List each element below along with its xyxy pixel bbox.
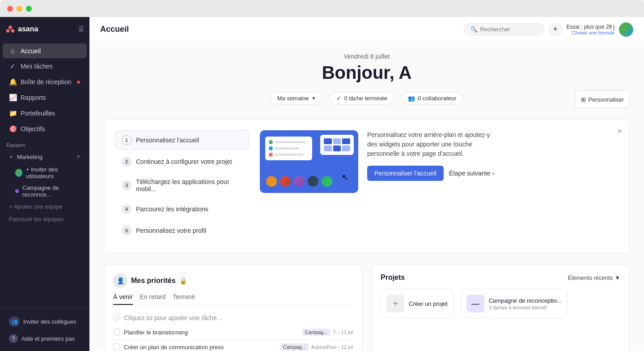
sidebar-item-objectifs[interactable]: 🎯 Objectifs bbox=[3, 121, 87, 137]
folder-icon: 📁 bbox=[9, 109, 16, 117]
projects-header: Projets Éléments récents ▼ bbox=[381, 274, 620, 282]
campagne-project-item[interactable]: Campagne de reconnce... bbox=[3, 182, 87, 200]
onboarding-illustration: ↖ bbox=[260, 130, 358, 193]
step-4[interactable]: 4 Parcourez les intégrations bbox=[115, 199, 249, 219]
hamburger-icon[interactable]: ☰ bbox=[78, 26, 84, 33]
tab-termine[interactable]: Terminé bbox=[173, 293, 195, 305]
add-button[interactable]: + bbox=[549, 23, 562, 36]
task-circle-2 bbox=[113, 343, 120, 351]
campagne-project-sub: 3 tâches à terminer bientôt bbox=[489, 305, 562, 310]
project-dot-icon bbox=[15, 189, 19, 193]
close-button[interactable] bbox=[7, 6, 13, 12]
traffic-lights bbox=[7, 6, 32, 12]
hero-stats: Ma semaine ▼ ✓ 0 tâche terminée 👥 0 coll… bbox=[104, 92, 630, 105]
main-content: Accueil 🔍 + Essai : plus que 29 j Choisi… bbox=[89, 17, 644, 351]
task-date-2: Aujourd'hui – 12 jul bbox=[311, 344, 353, 350]
sidebar-header: asana ☰ bbox=[0, 17, 89, 41]
globe-icon bbox=[15, 169, 22, 177]
step-1-num: 1 bbox=[122, 135, 131, 145]
marketing-team[interactable]: ▼ Marketing + bbox=[3, 150, 87, 163]
target-icon: 🎯 bbox=[9, 125, 16, 133]
choose-plan-link[interactable]: Choisir une formule bbox=[572, 30, 614, 35]
tab-a-venir[interactable]: À venir bbox=[113, 293, 133, 305]
cursor-icon: ↖ bbox=[342, 172, 348, 182]
notification-dot bbox=[77, 81, 80, 84]
personalize-accueil-button[interactable]: Personnaliser l'accueil bbox=[367, 166, 444, 181]
personalize-button[interactable]: ⊞ Personnaliser bbox=[575, 90, 630, 108]
sidebar-item-accueil[interactable]: ⌂ Accueil bbox=[3, 43, 87, 58]
page-title: Accueil bbox=[100, 25, 129, 34]
priorities-avatar: 👤 bbox=[113, 274, 127, 288]
step-4-num: 4 bbox=[122, 204, 131, 214]
add-task-row[interactable]: ○ Cliquez ici pour ajouter une tâche... bbox=[113, 311, 353, 325]
onboarding-section: × 1 Personnalisez l'accueil 2 Continuez … bbox=[104, 119, 630, 253]
help-item[interactable]: ? Aide et premiers pas bbox=[5, 331, 84, 346]
sidebar-bottom: 👥 Inviter des collègues ? Aide et premie… bbox=[0, 308, 89, 351]
search-bar[interactable]: 🔍 bbox=[464, 23, 544, 35]
task-row-1: Planifier le brainstorming Campag... 7 –… bbox=[113, 325, 353, 340]
dropdown-icon: ▼ bbox=[312, 96, 316, 101]
step-3-num: 3 bbox=[122, 180, 131, 190]
onboarding-actions: Personnaliser l'accueil Étape suivante › bbox=[367, 166, 501, 181]
step-1[interactable]: 1 Personnalisez l'accueil bbox=[115, 130, 249, 150]
task-tag-2: Campag... bbox=[280, 343, 309, 351]
chevron-right-icon: › bbox=[492, 170, 494, 177]
priorities-tabs: À venir En retard Terminé bbox=[113, 293, 353, 305]
step-3[interactable]: 3 Téléchargez les applications pour mobi… bbox=[115, 173, 249, 197]
campagne-project-card[interactable]: — Campagne de reconceptio... 3 tâches à … bbox=[461, 289, 568, 318]
task-row-2: Créer un plan de communication press Cam… bbox=[113, 340, 353, 351]
sidebar-item-portefeuilles[interactable]: 📁 Portefeuilles bbox=[3, 106, 87, 121]
campagne-project-icon: — bbox=[466, 295, 484, 312]
bell-icon: 🔔 bbox=[9, 78, 16, 86]
step-2[interactable]: 2 Continuez à configurer votre projet bbox=[115, 152, 249, 171]
invite-users-item[interactable]: + Inviter des utilisateurs bbox=[3, 164, 87, 182]
svg-point-2 bbox=[11, 29, 15, 33]
equipes-section-title: Équipes bbox=[0, 137, 89, 150]
browse-teams-item[interactable]: Parcourir les équipes bbox=[3, 213, 87, 225]
create-project-label: Créer un projet bbox=[409, 300, 448, 307]
invite-colleagues-item[interactable]: 👥 Inviter des collègues bbox=[5, 313, 84, 330]
add-team-member-icon[interactable]: + bbox=[76, 153, 80, 161]
tab-en-retard[interactable]: En retard bbox=[140, 293, 166, 305]
trial-text: Essai : plus que 29 j bbox=[567, 24, 614, 30]
semaine-label: Ma semaine bbox=[277, 95, 309, 102]
personalize-icon: ⊞ bbox=[581, 96, 586, 103]
add-team-item[interactable]: + Ajouter une équipe bbox=[3, 201, 87, 213]
priorities-panel: 👤 Mes priorités 🔒 À venir En retard Term… bbox=[104, 264, 362, 351]
task-tag-1: Campag... bbox=[302, 329, 330, 336]
minimize-button[interactable] bbox=[17, 6, 22, 12]
maximize-button[interactable] bbox=[26, 6, 32, 12]
check-icon: ✓ bbox=[9, 62, 16, 70]
asana-logo: asana bbox=[5, 24, 38, 34]
step-2-num: 2 bbox=[122, 157, 131, 167]
onboarding-description: Personnalisez votre arrière-plan et ajou… bbox=[367, 130, 501, 158]
projects-panel: Projets Éléments récents ▼ + Créer un pr… bbox=[371, 264, 630, 351]
search-icon: 🔍 bbox=[470, 26, 478, 33]
projects-filter[interactable]: Éléments récents ▼ bbox=[568, 274, 620, 281]
filter-chevron-icon: ▼ bbox=[614, 274, 620, 281]
language-globe-icon[interactable] bbox=[619, 22, 633, 37]
close-onboarding-button[interactable]: × bbox=[617, 127, 622, 136]
app-container: asana ☰ ⌂ Accueil ✓ Mes tâches 🔔 Boîte d… bbox=[0, 17, 644, 351]
trial-badge: Essai : plus que 29 j Choisir une formul… bbox=[567, 24, 614, 35]
task-circle-1 bbox=[113, 329, 120, 336]
sidebar: asana ☰ ⌂ Accueil ✓ Mes tâches 🔔 Boîte d… bbox=[0, 17, 89, 351]
ma-semaine-pill[interactable]: Ma semaine ▼ bbox=[271, 92, 323, 105]
invite-icon: 👥 bbox=[9, 316, 20, 327]
sidebar-item-rapports[interactable]: 📈 Rapports bbox=[3, 90, 87, 105]
search-input[interactable] bbox=[480, 26, 534, 33]
sidebar-item-boite-reception[interactable]: 🔔 Boîte de réception bbox=[3, 74, 87, 90]
svg-point-1 bbox=[6, 29, 10, 33]
next-step-button[interactable]: Étape suivante › bbox=[449, 170, 494, 177]
step-5[interactable]: 5 Personnalisez votre profil bbox=[115, 221, 249, 240]
onboarding-right: ↖ Personnalisez votre arrière-plan et aj… bbox=[260, 130, 619, 200]
topbar-right: 🔍 + Essai : plus que 29 j Choisir une fo… bbox=[464, 22, 633, 37]
create-project-card[interactable]: + Créer un projet bbox=[381, 289, 453, 318]
step-5-num: 5 bbox=[122, 226, 131, 235]
taches-pill[interactable]: ✓ 0 tâche terminée bbox=[330, 92, 394, 105]
topbar: Accueil 🔍 + Essai : plus que 29 j Choisi… bbox=[89, 17, 644, 42]
sidebar-item-mes-taches[interactable]: ✓ Mes tâches bbox=[3, 59, 87, 74]
bottom-panels: 👤 Mes priorités 🔒 À venir En retard Term… bbox=[104, 264, 630, 351]
projects-grid: + Créer un projet — Campagne de reconcep… bbox=[381, 289, 620, 318]
collaborateurs-pill[interactable]: 👥 0 collaborateur bbox=[401, 92, 463, 105]
